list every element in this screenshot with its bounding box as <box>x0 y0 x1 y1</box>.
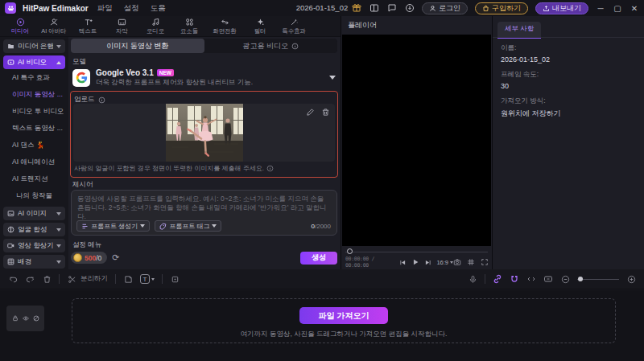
seek-handle[interactable] <box>347 248 353 254</box>
toolbar-item-effects[interactable]: 특수효과 <box>277 17 311 35</box>
gift-icon[interactable] <box>351 3 361 14</box>
timeline-section: 분리하기 T <box>0 269 644 361</box>
timeline-zoom-slider[interactable] <box>577 276 619 282</box>
char-counter: 0/2000 <box>312 223 331 230</box>
menu-settings[interactable]: 설정 <box>122 3 142 14</box>
sidebar-group-ai-image[interactable]: AI 이미지 <box>3 207 65 220</box>
sidebar-group-label: AI 이미지 <box>18 209 53 219</box>
magnet-icon[interactable] <box>510 274 519 284</box>
chevron-down-icon <box>56 244 61 248</box>
details-panel: 세부 사항 이름: 2026-01-15_02 프레임 속도: 30 가져오기 … <box>493 16 644 269</box>
import-file-button[interactable]: 파일 가져오기 <box>299 307 388 324</box>
grid-icon[interactable] <box>467 258 475 266</box>
aspect-ratio-select[interactable]: 16:9 <box>436 259 453 266</box>
sidebar-item-ai-animation[interactable]: AI 애니메이션 <box>0 154 68 170</box>
uploaded-image-thumbnail[interactable] <box>166 104 243 162</box>
sidebar-item-image-to-video[interactable]: 이미지 동영상 ... <box>0 86 68 103</box>
sticker-icon[interactable] <box>123 274 133 284</box>
subtitle-icon <box>118 17 126 27</box>
prev-frame-button[interactable] <box>399 259 407 266</box>
toolbar-item-transition[interactable]: 화면전환 <box>206 17 243 35</box>
prompt-tag-icon <box>159 223 167 230</box>
refresh-credits-icon[interactable]: ⟳ <box>112 253 119 262</box>
crop-icon[interactable] <box>170 274 180 284</box>
info-icon <box>266 165 274 172</box>
sidebar-group-ai-video[interactable]: AI 비디오 <box>3 55 65 69</box>
prompt-generator-button[interactable]: 프롬프트 생성기 <box>76 220 150 232</box>
chevron-down-icon <box>56 212 61 215</box>
toolbar-item-media[interactable]: 미디어 <box>3 17 37 35</box>
unlink-icon[interactable] <box>526 274 536 284</box>
close-button[interactable]: ✕ <box>630 4 639 13</box>
login-button[interactable]: 로그인 <box>422 2 468 14</box>
minimize-button[interactable]: ─ <box>596 4 605 13</box>
sidebar-item-ai-dance[interactable]: AI 댄스 💃 <box>0 137 68 154</box>
upload-dropzone[interactable] <box>73 104 335 162</box>
zoom-out-icon[interactable] <box>560 274 570 284</box>
sidebar-group-background[interactable]: 배경 <box>3 255 65 269</box>
toolbar-item-label: AI 아바타 <box>41 27 66 35</box>
toolbar-item-label: 오디오 <box>147 27 164 35</box>
sidebar-group-video-enhancer[interactable]: 영상 향상기 <box>3 239 65 252</box>
toolbar-item-text[interactable]: 텍스트 <box>71 17 105 35</box>
export-button[interactable]: 내보내기 <box>535 2 588 14</box>
redo-icon[interactable] <box>25 274 35 284</box>
buy-button[interactable]: 구입하기 <box>475 2 528 14</box>
tab-details[interactable]: 세부 사항 <box>497 22 541 39</box>
tab-ad-video[interactable]: 광고용 비디오 <box>204 39 338 53</box>
sidebar-item-ai-effects[interactable]: AI 특수 효과 <box>0 69 68 86</box>
delete-icon[interactable] <box>42 274 52 284</box>
sidebar-group-media-bank[interactable]: 미디어 은행 <box>3 39 65 53</box>
feedback-icon[interactable] <box>386 3 397 14</box>
mute-track-icon[interactable] <box>33 315 39 322</box>
titlebar: HitPaw Edimakor 파일 설정 도움 2026-01-15_02 로… <box>0 0 644 16</box>
toolbar-item-elements[interactable]: 요소들 <box>172 17 206 35</box>
sidebar-item-text-to-video[interactable]: 텍스트 동영상 ... <box>0 120 68 137</box>
layout-icon[interactable] <box>369 3 379 14</box>
mode-tabs: 이미지 동영상 변환 광고용 비디오 <box>71 39 337 53</box>
toolbar-item-filter[interactable]: 필터 <box>243 17 277 35</box>
text-tool-button[interactable]: T <box>140 274 155 284</box>
model-selector[interactable]: Google Veo 3.1 NEW 더욱 강력한 프롬프트 제어와 향상된 내… <box>72 67 336 88</box>
download-icon[interactable] <box>404 3 415 14</box>
sidebar-item-ai-transition[interactable]: AI 트랜지션 <box>0 170 68 187</box>
video-preview[interactable] <box>342 35 491 246</box>
sidebar-group-face-swap[interactable]: 얼굴 합성 <box>3 223 65 236</box>
snapshot-icon[interactable] <box>453 258 461 266</box>
undo-icon[interactable] <box>8 274 18 284</box>
tab-image-to-video[interactable]: 이미지 동영상 변환 <box>71 39 204 53</box>
toolbar-item-ai-avatar[interactable]: AI 아바타 <box>37 17 71 35</box>
sidebar-item-video-to-video[interactable]: 비디오 투 비디오 <box>0 103 68 120</box>
lock-track-icon[interactable] <box>12 315 19 322</box>
toolbar-item-subtitle[interactable]: 자막 <box>105 17 138 35</box>
next-frame-button[interactable] <box>424 259 431 266</box>
media-icon <box>16 17 25 27</box>
seek-bar[interactable] <box>345 248 488 255</box>
toggle-visibility-icon[interactable] <box>23 315 29 322</box>
fit-timeline-icon[interactable] <box>543 274 553 284</box>
link-icon[interactable] <box>493 274 502 284</box>
edit-image-icon[interactable] <box>306 108 315 117</box>
timecode: 00:00:00 / 00:00:00 <box>345 256 393 269</box>
fullscreen-icon[interactable] <box>481 258 489 266</box>
split-label[interactable]: 분리하기 <box>80 274 108 284</box>
credits-badge[interactable]: 500/0 <box>71 252 107 264</box>
media-dropzone[interactable]: 파일 가져오기 여기까지 동영상, 사진을 드래그하거나 가져오면 편집을 시작… <box>72 298 616 343</box>
menu-help[interactable]: 도움 <box>148 3 168 14</box>
zoom-in-icon[interactable] <box>626 274 636 284</box>
chevron-down-icon <box>140 224 145 228</box>
menu-file[interactable]: 파일 <box>95 3 115 14</box>
sidebar-item-my-creations[interactable]: 나의 창작물 <box>0 187 68 204</box>
play-button[interactable] <box>411 258 419 266</box>
app-logo-icon <box>5 2 16 14</box>
prompt-input[interactable]: 동영상에 사용할 프롬프트를 입력하세요. 예시: 0~2초: 소녀가 미소를 … <box>71 190 337 236</box>
toolbar-item-audio[interactable]: 오디오 <box>138 17 172 35</box>
prompt-tag-button[interactable]: 프롬프트 태그 <box>155 220 221 232</box>
delete-image-icon[interactable] <box>321 108 330 117</box>
generate-button[interactable]: 생성 <box>300 252 337 265</box>
zoom-slider-handle[interactable] <box>578 277 583 281</box>
record-voice-icon[interactable] <box>468 274 477 284</box>
split-icon[interactable] <box>67 274 76 284</box>
login-label: 로그인 <box>439 3 460 14</box>
maximize-button[interactable]: ▢ <box>613 4 622 13</box>
